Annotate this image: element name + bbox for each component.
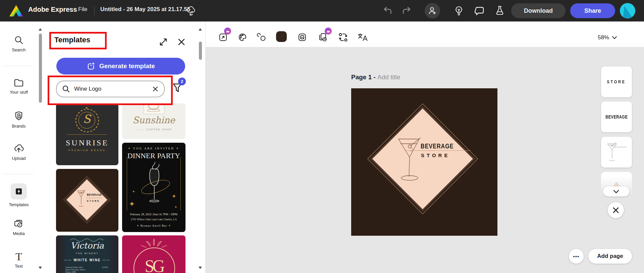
annotation-box-search [48,76,173,105]
add-collaborator-button[interactable] [425,3,440,18]
download-button[interactable]: Download [511,3,566,18]
adobe-express-logo[interactable] [9,5,23,16]
media-icon [13,219,24,229]
background-color-swatch[interactable] [276,31,287,42]
template-card-sg-monogram[interactable]: SG [122,235,185,273]
undo-icon[interactable] [382,6,392,15]
sidebar-scrollbar-thumb[interactable] [39,34,42,103]
sidebar-item-your-stuff[interactable]: Your stuff [0,78,38,95]
premium-crown-badge [224,28,231,35]
app-title: Adobe Express [28,6,77,13]
close-panel-icon[interactable] [177,38,186,46]
filter-count-badge: 2 [178,78,186,85]
sidebar-item-media[interactable]: Media [0,219,38,236]
page-label: Page 1 - [351,74,376,81]
sidebar-item-templates[interactable]: Templates [0,183,38,207]
palette-icon[interactable] [237,32,248,43]
chevron-down-icon [612,36,617,39]
chevron-down-icon [613,190,619,193]
frame-icon[interactable] [297,32,308,43]
panel-scroll-down-arrow[interactable] [199,267,202,269]
generate-template-button[interactable]: Generate template [56,58,185,75]
template-card-dinner-party[interactable]: ✦ YOU ARE INVITED ✦ DINNER PARTY ✦ ✦ ✦ ✦… [122,143,185,232]
sidebar-divider [4,66,34,66]
diamond-shape [370,106,475,211]
cloud-upload-icon [13,144,24,154]
template-card-sunshine[interactable]: Sunshine ——— COFFEE SHOP [122,103,185,139]
file-menu[interactable]: File [78,6,87,13]
translate-icon[interactable] [357,32,368,43]
top-bar: Adobe Express File Untitled - 26 May 202… [0,0,644,21]
lightbulb-icon[interactable] [453,5,464,16]
search-icon [14,35,24,45]
text-icon: T [0,251,38,262]
document-title[interactable]: Untitled - 26 May 2025 at 21.17.55 [100,6,190,13]
close-icon [612,207,619,214]
beta-flask-icon[interactable] [494,5,505,16]
premium-crown-badge [325,28,332,35]
design-text-line1: BEVERAGE [421,142,454,150]
scroll-down-arrow[interactable] [39,267,42,269]
design-text-line2: STORE [421,152,450,158]
panel-scroll-up-arrow[interactable] [199,28,202,31]
share-button[interactable]: Share [570,3,615,18]
annotation-box-title [49,32,107,49]
martini-glass-art [396,137,423,181]
expand-panel-icon[interactable] [159,38,168,46]
template-card-sunrise[interactable]: S ★ SUNRISE PREMIUM BRAND [56,103,118,165]
zoom-control[interactable]: 58% [598,34,617,41]
martini-glass-thumb [605,141,628,163]
zoom-level: 58% [598,34,609,41]
swap-icon[interactable] [337,32,349,43]
sidebar-item-text[interactable]: T Text [0,251,38,269]
canvas-page[interactable]: BEVERAGE STORE [351,88,497,236]
feedback-chat-icon[interactable] [474,6,484,16]
template-card-victoria[interactable]: Victoria THE WINERY —— WHITE WINE —— Cha… [56,235,118,273]
template-card-beverage-store[interactable]: BEVERAGE STORE [56,169,118,232]
design-divider-line [405,150,471,151]
folder-icon [14,78,24,87]
avatar[interactable] [620,3,635,18]
close-pages-button[interactable] [608,202,624,218]
sidebar-item-upload[interactable]: Upload [0,144,38,161]
page-title-placeholder[interactable]: Add title [377,74,400,81]
more-options-button[interactable]: ••• [569,249,584,264]
color-harmony-icon[interactable] [256,32,268,43]
sidebar-item-brands[interactable]: Brands [0,111,38,129]
templates-icon [14,187,23,196]
page-thumbnail-beverage[interactable]: BEVERAGE [601,101,632,132]
shield-b-icon [14,111,24,122]
contextual-toolbar [206,21,644,47]
cloud-sync-icon[interactable] [185,5,196,16]
add-person-icon [428,6,437,15]
page-thumbnail-martini[interactable] [601,137,632,168]
sidebar-divider [4,174,34,174]
page-thumbnail-store[interactable]: STORE [601,66,632,97]
scroll-up-arrow[interactable] [39,28,42,31]
add-page-button[interactable]: Add page [588,249,632,264]
panel-scrollbar-thumb[interactable] [199,42,202,60]
sidebar-item-search[interactable]: Search [0,35,38,52]
redo-icon[interactable] [402,6,412,15]
generate-sparkle-icon [87,61,96,71]
expand-pages-button[interactable] [603,186,629,196]
martini-glass-mini [77,190,86,207]
topbar-divider [94,6,95,15]
wine-glass-art [138,162,170,209]
